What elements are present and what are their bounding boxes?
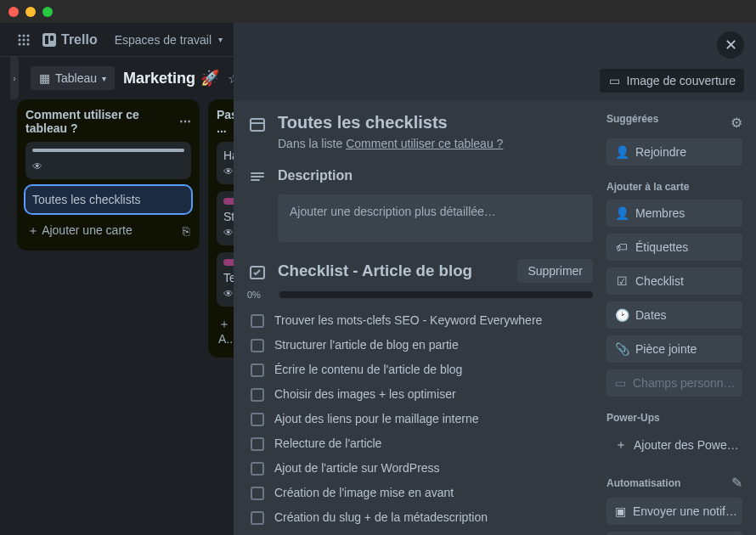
suggested-settings[interactable]: ⚙ (731, 115, 742, 131)
svg-point-3 (19, 38, 21, 41)
modal-cover-area: ✕ ▭ Image de couverture (234, 23, 756, 101)
checklist-percent: 0% (247, 290, 271, 300)
card-template-icon[interactable]: ⎘ (183, 224, 189, 238)
close-modal[interactable]: ✕ (717, 31, 744, 59)
powerups-heading: Power-Ups (606, 412, 742, 424)
checklist-item[interactable]: Choisir des images + les optimiser (247, 382, 593, 407)
automation-edit[interactable]: ✎ (731, 475, 742, 491)
checklist-checkbox[interactable] (251, 363, 264, 377)
checklist-item-text: Choisir des images + les optimiser (274, 387, 456, 401)
watch-icon: 👁 (223, 227, 234, 239)
user-icon: 👤 (615, 145, 629, 159)
join-button[interactable]: 👤Rejoindre (606, 138, 742, 166)
automation-heading: Automatisation (606, 477, 680, 489)
tag-icon: 🏷 (615, 240, 629, 254)
board-view-switcher[interactable]: ▦ Tableau ▾ (31, 66, 115, 90)
labels-button[interactable]: 🏷Étiquettes (606, 234, 742, 261)
list-menu[interactable]: ⋯ (179, 115, 191, 128)
trello-logo[interactable]: Trello (42, 32, 98, 48)
attachment-button[interactable]: 📎Pièce jointe (606, 335, 742, 363)
svg-point-8 (27, 42, 30, 45)
send-notification-button[interactable]: ▣Envoyer une notif… (606, 498, 742, 525)
user-icon: 👤 (615, 206, 629, 220)
checklist-checkbox[interactable] (251, 339, 264, 352)
watch-icon: 👁 (32, 160, 42, 172)
checklist-item-text: Création du slug + de la métadescription (274, 510, 488, 524)
card-title[interactable]: Toutes les checklists (278, 113, 448, 132)
add-to-card-heading: Ajouter à la carte (606, 181, 742, 193)
checklist-item-text: Trouver les mots-clefs SEO - Keyword Eve… (274, 313, 542, 327)
svg-point-1 (23, 34, 25, 37)
dates-button[interactable]: 🕑Dates (606, 301, 742, 329)
svg-point-6 (19, 42, 21, 45)
list-title-text[interactable]: Comment utiliser ce tableau ? (25, 108, 179, 135)
checklist-title[interactable]: Checklist - Article de blog (278, 262, 472, 280)
delete-checklist-button[interactable]: Supprimer (517, 259, 593, 283)
clock-icon: 🕑 (615, 308, 629, 322)
field-icon: ▭ (615, 376, 626, 390)
checklist-item[interactable]: Ajout des liens pour le maillage interne (247, 407, 593, 431)
checklist-item-text: Structurer l'article de blog en partie (274, 338, 459, 352)
suggested-heading: Suggérées (606, 113, 658, 125)
plus-icon: ＋ (615, 437, 627, 453)
mac-titlebar (0, 0, 756, 23)
checklist-item-text: Ajout des liens pour le maillage interne (274, 412, 478, 425)
logo-text: Trello (61, 32, 98, 48)
checklist-item[interactable]: Programmer l'article de blog (247, 530, 593, 535)
custom-fields-button[interactable]: ▭Champs personn… (606, 369, 742, 397)
checklist-item-text: Ajout de l'article sur WordPress (274, 461, 440, 475)
checklist-checkbox[interactable] (251, 388, 264, 402)
board-view-label: Tableau (55, 71, 97, 85)
in-list-link[interactable]: Comment utiliser ce tableau ? (346, 137, 503, 150)
list-card-selected[interactable]: Toutes les checklists (25, 186, 191, 213)
checklist-item[interactable]: Ajout de l'article sur WordPress (247, 456, 593, 481)
add-card-button[interactable]: ＋ Ajouter une carte ⎘ (25, 220, 191, 242)
mac-zoom[interactable] (42, 7, 53, 17)
checklist-checkbox[interactable] (251, 437, 264, 451)
watch-icon: 👁 (223, 166, 234, 177)
card-text: Toutes les checklists (32, 193, 141, 206)
checklist-icon (247, 261, 268, 281)
checklist-checkbox[interactable] (251, 487, 264, 500)
mac-close[interactable] (8, 7, 19, 17)
description-icon (247, 166, 268, 186)
list: Comment utiliser ce tableau ? ⋯ 👁 Toutes… (17, 99, 200, 251)
checklist-checkbox[interactable] (251, 314, 264, 328)
svg-point-0 (19, 34, 21, 37)
relecture-button[interactable]: ▣Relecture - Céline (606, 532, 742, 535)
checklist-progress-bar (279, 291, 593, 298)
checklist-items: Trouver les mots-clefs SEO - Keyword Eve… (247, 308, 593, 535)
automation-icon: ▣ (615, 504, 626, 518)
svg-point-7 (23, 42, 25, 45)
checklist-checkbox[interactable] (251, 462, 264, 476)
members-button[interactable]: 👤Membres (606, 200, 742, 227)
svg-point-5 (27, 38, 30, 41)
add-powerups-button[interactable]: ＋Ajouter des Powe… (606, 431, 742, 459)
description-heading: Description (278, 168, 353, 183)
sidebar-expand-handle[interactable]: › (10, 57, 19, 99)
card-icon (247, 113, 268, 133)
checklist-item[interactable]: Relecture de l'article (247, 431, 593, 456)
board-name[interactable]: Marketing 🚀 (123, 69, 219, 87)
checklist-item[interactable]: Écrire le contenu de l'article de blog (247, 358, 593, 382)
cover-image-button[interactable]: ▭ Image de couverture (600, 69, 744, 93)
app-switcher[interactable] (8, 28, 39, 52)
checklist-item[interactable]: Trouver les mots-clefs SEO - Keyword Eve… (247, 308, 593, 333)
clip-icon: 📎 (615, 342, 629, 356)
checklist-checkbox[interactable] (251, 413, 264, 426)
cover-icon: ▭ (608, 74, 622, 87)
description-input[interactable]: Ajouter une description plus détaillée… (278, 194, 593, 242)
checklist-item-text: Création de l'image mise en avant (274, 486, 454, 499)
checklist-item[interactable]: Création du slug + de la métadescription (247, 505, 593, 530)
mac-minimize[interactable] (25, 7, 36, 17)
nav-workspaces[interactable]: Espaces de travail (106, 28, 231, 52)
trello-icon (42, 33, 56, 47)
checklist-checkbox[interactable] (251, 511, 264, 525)
watch-icon: 👁 (223, 288, 234, 300)
card-modal: ✕ ▭ Image de couverture Toutes les check… (234, 23, 756, 535)
checklist-item[interactable]: Structurer l'article de blog en partie (247, 333, 593, 358)
checklist-item-text: Relecture de l'article (274, 436, 381, 450)
checklist-button[interactable]: ☑Checklist (606, 268, 742, 295)
list-card[interactable]: 👁 (25, 142, 191, 179)
checklist-item[interactable]: Création de l'image mise en avant (247, 481, 593, 505)
